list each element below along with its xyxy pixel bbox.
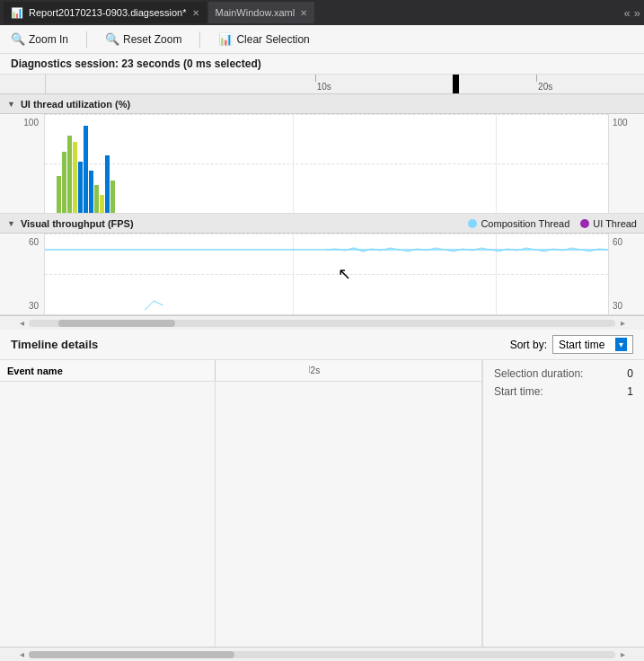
bar-11: [110, 181, 115, 213]
fps-y-mid: 30: [5, 301, 39, 311]
zoom-in-button[interactable]: 🔍 Zoom In: [7, 31, 72, 48]
bar-10: [105, 155, 110, 213]
charts-hscroll-thumb[interactable]: [58, 320, 176, 327]
table-main: Event name 2s: [0, 360, 482, 647]
toolbar: 🔍 Zoom In 🔍 Reset Zoom 📊 Clear Selection: [0, 25, 644, 54]
ui-thread-y-right-max: 100: [613, 118, 640, 128]
bar-9: [100, 195, 104, 213]
reset-zoom-button[interactable]: 🔍 Reset Zoom: [101, 31, 185, 48]
reset-zoom-icon: 🔍: [105, 32, 119, 46]
legend-composition-dot: [468, 219, 477, 228]
bar-3: [67, 136, 72, 213]
selection-duration-value: 0: [627, 367, 633, 380]
tab-diagsession[interactable]: 📊 Report20170213-0903.diagsession* ✕: [4, 2, 207, 23]
legend-ui-thread-label: UI Thread: [593, 218, 637, 229]
session-info-text: Diagnostics session: 23 seconds (0 ms se…: [11, 57, 261, 70]
fps-y-right-max: 60: [613, 237, 640, 247]
bar-4: [73, 142, 77, 213]
charts-hscroll[interactable]: ◂ ▸: [0, 315, 644, 330]
tab-diagsession-close[interactable]: ✕: [192, 8, 199, 18]
charts-hscroll-left-icon[interactable]: ◂: [14, 318, 29, 328]
legend-composition-label: Composition Thread: [481, 218, 569, 229]
ui-thread-chart-title: UI thread utilization (%): [21, 99, 130, 110]
tab-mainwindow[interactable]: MainWindow.xaml ✕: [208, 2, 315, 23]
ui-thread-y-axis-right: 100: [608, 114, 644, 213]
sort-label: Sort by:: [510, 339, 547, 351]
bar-6: [84, 126, 88, 213]
bar-5: [78, 162, 83, 213]
title-nav: « »: [624, 6, 640, 20]
ruler-track: 10s 20s: [45, 75, 644, 93]
table-ruler-tick-2s: 2s: [309, 360, 321, 381]
ui-thread-chart-section: ▼ UI thread utilization (%) 100: [0, 94, 644, 214]
clear-selection-button[interactable]: 📊 Clear Selection: [215, 31, 313, 48]
ui-thread-chart-header[interactable]: ▼ UI thread utilization (%): [0, 94, 644, 114]
bottom-hscroll[interactable]: ◂ ▸: [0, 647, 644, 661]
legend-composition: Composition Thread: [468, 218, 569, 229]
fps-y-axis: 60 30: [0, 234, 45, 314]
charts-hscroll-right-icon[interactable]: ▸: [615, 318, 630, 328]
bottom-hscroll-left-icon[interactable]: ◂: [14, 649, 29, 659]
tab-mainwindow-label: MainWindow.xaml: [216, 7, 296, 18]
bottom-hscroll-right-icon[interactable]: ▸: [615, 649, 630, 659]
bar-2: [62, 152, 66, 213]
legend-ui-thread: UI Thread: [580, 218, 637, 229]
bottom-hscroll-track: [29, 651, 615, 658]
bar-8: [94, 185, 99, 213]
charts-area: 10s 20s ▼ UI thread utilization (%) 100: [0, 75, 644, 330]
session-info: Diagnostics session: 23 seconds (0 ms se…: [0, 54, 644, 75]
side-panel-start-time: Start time: 1: [494, 385, 633, 398]
fps-chart-header[interactable]: ▼ Visual throughput (FPS) Composition Th…: [0, 214, 644, 234]
fps-y-max: 60: [5, 237, 39, 247]
ui-thread-vgrid-1: [293, 114, 294, 213]
fps-chart-legend: Composition Thread UI Thread: [468, 218, 637, 229]
table-event-name-header: Event name: [0, 360, 216, 381]
ui-thread-plot: [45, 114, 608, 213]
ui-thread-grid-50: [45, 163, 608, 164]
table-ruler-track: 2s: [216, 360, 481, 381]
timeline-details-title: Timeline details: [11, 338, 98, 351]
title-bar: 📊 Report20170213-0903.diagsession* ✕ Mai…: [0, 0, 644, 25]
event-name-column-label: Event name: [0, 366, 63, 376]
event-name-column: [0, 382, 216, 647]
timeline-ruler: 10s 20s: [0, 75, 644, 94]
fps-plot: ↖: [45, 234, 608, 314]
fps-chart-body: 60 30: [0, 234, 644, 314]
ui-thread-vgrid-2: [496, 114, 497, 213]
legend-ui-thread-dot: [580, 219, 589, 228]
ui-thread-grid-100: [45, 114, 608, 115]
clear-selection-label: Clear Selection: [236, 33, 309, 46]
ui-thread-chevron-icon: ▼: [7, 100, 15, 109]
table-body[interactable]: [0, 382, 481, 647]
table-empty-area: [0, 382, 481, 647]
ui-thread-bars: [57, 114, 115, 213]
side-panel: Selection duration: 0 Start time: 1: [482, 360, 644, 647]
zoom-in-icon: 🔍: [11, 32, 25, 46]
table-area: Event name 2s Selection duratio: [0, 360, 644, 647]
timeline-details-header: Timeline details Sort by: Start time ▾: [0, 330, 644, 360]
sort-dropdown[interactable]: Start time ▾: [552, 335, 633, 354]
sort-dropdown-value: Start time: [559, 339, 604, 351]
ruler-tick-10s: 10s: [315, 75, 331, 93]
zoom-in-label: Zoom In: [29, 33, 68, 46]
nav-prev-icon[interactable]: «: [624, 6, 631, 20]
toolbar-sep-1: [86, 31, 87, 48]
start-time-label: Start time:: [494, 385, 543, 398]
fps-chart-title: Visual throughput (FPS): [21, 218, 134, 229]
clear-selection-icon: 📊: [218, 32, 233, 46]
fps-y-axis-right: 60 30: [608, 234, 644, 314]
ruler-tick-20s: 20s: [536, 75, 552, 93]
timeline-details: Timeline details Sort by: Start time ▾ E…: [0, 330, 644, 661]
selection-marker: [453, 75, 459, 93]
tab-mainwindow-close[interactable]: ✕: [300, 8, 307, 18]
sort-dropdown-arrow-icon[interactable]: ▾: [615, 338, 627, 351]
ui-thread-chart-body: 100: [0, 114, 644, 213]
bottom-hscroll-thumb[interactable]: [29, 651, 234, 658]
nav-next-icon[interactable]: »: [634, 6, 640, 20]
charts-hscroll-track: [29, 320, 615, 327]
reset-zoom-label: Reset Zoom: [123, 33, 181, 46]
timeline-column: [216, 382, 481, 647]
ui-thread-y-axis: 100: [0, 114, 45, 213]
tab-diagsession-label: Report20170213-0903.diagsession*: [29, 7, 187, 18]
toolbar-sep-2: [199, 31, 200, 48]
